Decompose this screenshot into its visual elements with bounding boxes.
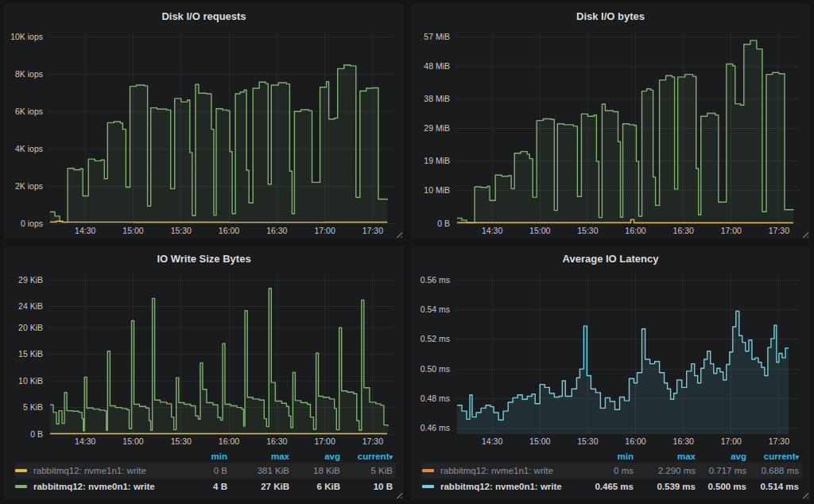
svg-text:16:00: 16:00 bbox=[625, 226, 645, 235]
svg-text:16:30: 16:30 bbox=[673, 226, 694, 235]
svg-text:17:30: 17:30 bbox=[769, 226, 789, 235]
svg-text:0.46 ms: 0.46 ms bbox=[421, 423, 450, 432]
svg-text:0.54 ms: 0.54 ms bbox=[421, 304, 450, 314]
legend-sort-avg[interactable]: avg bbox=[696, 452, 746, 461]
stat-max: 2.290 ms bbox=[634, 466, 696, 475]
svg-text:0 iops: 0 iops bbox=[21, 219, 43, 228]
svg-text:19 MiB: 19 MiB bbox=[424, 156, 450, 165]
svg-text:20 KiB: 20 KiB bbox=[18, 323, 43, 332]
svg-text:17:30: 17:30 bbox=[362, 436, 383, 446]
svg-text:17:30: 17:30 bbox=[362, 226, 383, 235]
svg-text:0.56 ms: 0.56 ms bbox=[421, 275, 450, 285]
stat-max: 27 KiB bbox=[227, 482, 289, 491]
svg-text:2K iops: 2K iops bbox=[15, 181, 43, 191]
legend-sort-current-label: current bbox=[358, 452, 390, 461]
svg-text:15:30: 15:30 bbox=[171, 226, 192, 235]
stat-current: 10 B bbox=[340, 482, 396, 491]
panel-title-io-write-size[interactable]: IO Write Size Bytes bbox=[7, 250, 401, 269]
stat-max: 381 KiB bbox=[227, 466, 289, 475]
svg-text:48 MiB: 48 MiB bbox=[424, 61, 450, 71]
legend-sort-max[interactable]: max bbox=[227, 452, 289, 461]
legend-sort-min[interactable]: min bbox=[183, 452, 227, 461]
svg-text:17:00: 17:00 bbox=[721, 226, 742, 235]
svg-text:57 MiB: 57 MiB bbox=[424, 32, 450, 41]
series-color-swatch[interactable] bbox=[422, 485, 434, 488]
stat-avg: 18 KiB bbox=[289, 466, 340, 475]
svg-text:14:30: 14:30 bbox=[75, 436, 95, 446]
svg-text:14:30: 14:30 bbox=[482, 226, 502, 235]
sort-caret-icon: ▾ bbox=[389, 453, 393, 461]
stat-max: 0.539 ms bbox=[634, 482, 696, 491]
stat-min: 0 ms bbox=[589, 466, 634, 475]
legend-row-nvme0n1: rabbitmq12: nvme0n1: write 0.465 ms 0.53… bbox=[422, 479, 802, 494]
svg-text:16:30: 16:30 bbox=[266, 226, 287, 235]
legend-average-io-latency: min max avg current▾ rabbitmq12: nvme1n1… bbox=[414, 448, 807, 498]
stat-min: 0 B bbox=[183, 466, 227, 475]
svg-text:0 B: 0 B bbox=[30, 429, 43, 439]
svg-text:4K iops: 4K iops bbox=[15, 144, 43, 153]
svg-text:38 MiB: 38 MiB bbox=[424, 94, 450, 103]
stat-min: 4 B bbox=[183, 482, 227, 491]
stat-avg: 6 KiB bbox=[289, 482, 340, 491]
svg-text:17:30: 17:30 bbox=[769, 436, 789, 446]
svg-text:24 KiB: 24 KiB bbox=[18, 301, 43, 311]
legend-io-write-size: min max avg current▾ rabbitmq12: nvme1n1… bbox=[7, 448, 401, 498]
average-io-latency-chart[interactable]: 14:3015:0015:3016:0016:3017:0017:300.46 … bbox=[414, 269, 807, 448]
svg-text:29 MiB: 29 MiB bbox=[424, 123, 450, 133]
svg-text:15:30: 15:30 bbox=[577, 226, 598, 235]
series-color-swatch[interactable] bbox=[15, 469, 27, 472]
stat-min: 0.465 ms bbox=[589, 482, 634, 491]
panel-disk-io-requests: Disk I/O requests 14:3015:0015:3016:0016… bbox=[4, 4, 404, 239]
svg-text:0.48 ms: 0.48 ms bbox=[421, 394, 450, 403]
series-toggle-nvme1n1[interactable]: rabbitmq12: nvme1n1: write bbox=[440, 466, 553, 475]
svg-text:15:00: 15:00 bbox=[529, 436, 550, 446]
legend-sort-current[interactable]: current▾ bbox=[746, 452, 802, 461]
svg-text:10 MiB: 10 MiB bbox=[424, 185, 450, 195]
svg-text:15:00: 15:00 bbox=[122, 436, 143, 446]
stat-current: 0.688 ms bbox=[746, 466, 802, 475]
svg-text:10K iops: 10K iops bbox=[10, 32, 43, 41]
svg-text:15 KiB: 15 KiB bbox=[18, 349, 43, 359]
panel-io-write-size-bytes: IO Write Size Bytes 14:3015:0015:3016:00… bbox=[4, 246, 404, 500]
svg-text:29 KiB: 29 KiB bbox=[18, 275, 43, 285]
legend-sort-max[interactable]: max bbox=[634, 452, 696, 461]
disk-io-requests-chart[interactable]: 14:3015:0015:3016:0016:3017:0017:300 iop… bbox=[7, 26, 401, 237]
series-color-swatch[interactable] bbox=[15, 485, 27, 488]
svg-text:15:00: 15:00 bbox=[529, 226, 550, 235]
panel-title-disk-io-requests[interactable]: Disk I/O requests bbox=[7, 7, 401, 26]
stat-current: 5 KiB bbox=[340, 466, 396, 475]
io-write-size-chart[interactable]: 14:3015:0015:3016:0016:3017:0017:300 B5 … bbox=[7, 269, 401, 448]
svg-text:17:00: 17:00 bbox=[314, 226, 335, 235]
svg-text:5 KiB: 5 KiB bbox=[23, 402, 43, 412]
series-toggle-nvme0n1[interactable]: rabbitmq12: nvme0n1: write bbox=[440, 482, 562, 491]
series-color-swatch[interactable] bbox=[422, 469, 434, 472]
svg-text:6K iops: 6K iops bbox=[15, 107, 43, 116]
disk-io-bytes-chart[interactable]: 14:3015:0015:3016:0016:3017:0017:300 B10… bbox=[414, 26, 807, 237]
legend-sort-min[interactable]: min bbox=[589, 452, 634, 461]
svg-text:15:00: 15:00 bbox=[122, 226, 143, 235]
svg-text:16:30: 16:30 bbox=[266, 436, 287, 446]
stat-avg: 0.717 ms bbox=[696, 466, 746, 475]
svg-text:10 KiB: 10 KiB bbox=[18, 376, 43, 386]
legend-row-nvme0n1: rabbitmq12: nvme0n1: write 4 B 27 KiB 6 … bbox=[15, 479, 396, 494]
svg-text:16:30: 16:30 bbox=[673, 436, 694, 446]
stat-current: 0.514 ms bbox=[746, 482, 802, 491]
sort-caret-icon: ▾ bbox=[795, 453, 799, 461]
panel-title-average-io-latency[interactable]: Average IO Latency bbox=[414, 250, 807, 269]
svg-text:0.52 ms: 0.52 ms bbox=[421, 334, 450, 343]
legend-sort-current-label: current bbox=[764, 452, 796, 461]
svg-text:16:00: 16:00 bbox=[219, 436, 239, 446]
series-toggle-nvme0n1[interactable]: rabbitmq12: nvme0n1: write bbox=[33, 482, 155, 491]
panel-disk-io-bytes: Disk I/O bytes 14:3015:0015:3016:0016:30… bbox=[411, 4, 810, 239]
svg-text:14:30: 14:30 bbox=[75, 226, 95, 235]
legend-sort-current[interactable]: current▾ bbox=[340, 452, 396, 461]
svg-text:17:00: 17:00 bbox=[314, 436, 335, 446]
series-toggle-nvme1n1[interactable]: rabbitmq12: nvme1n1: write bbox=[33, 466, 146, 475]
panel-title-disk-io-bytes[interactable]: Disk I/O bytes bbox=[414, 7, 807, 26]
svg-text:0 B: 0 B bbox=[437, 219, 450, 228]
svg-text:15:30: 15:30 bbox=[171, 436, 192, 446]
svg-text:0.50 ms: 0.50 ms bbox=[421, 364, 450, 374]
svg-text:16:00: 16:00 bbox=[219, 226, 239, 235]
legend-row-nvme1n1: rabbitmq12: nvme1n1: write 0 B 381 KiB 1… bbox=[15, 463, 396, 479]
legend-sort-avg[interactable]: avg bbox=[289, 452, 340, 461]
